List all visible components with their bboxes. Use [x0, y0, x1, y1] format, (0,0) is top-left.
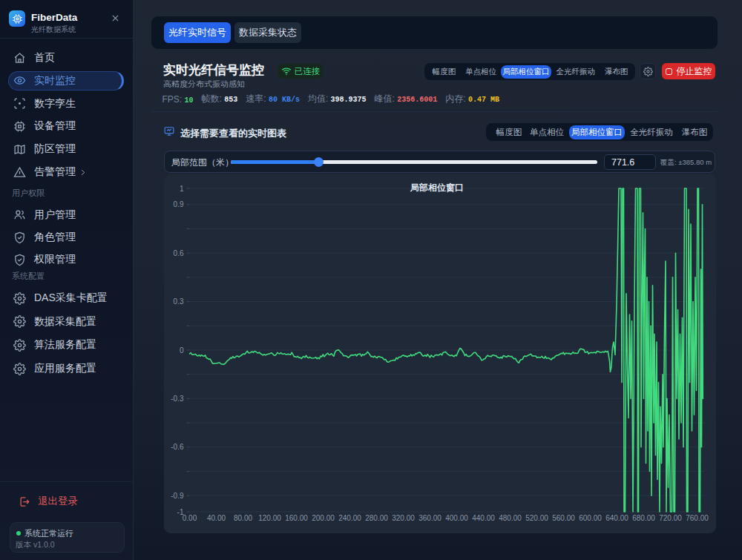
- svg-text:240.00: 240.00: [338, 514, 361, 522]
- svg-text:480.00: 480.00: [499, 514, 522, 522]
- svg-text:440.00: 440.00: [472, 514, 495, 522]
- svg-text:160.00: 160.00: [285, 514, 308, 522]
- svg-text:-0.9: -0.9: [171, 492, 184, 500]
- svg-text:200.00: 200.00: [312, 514, 335, 522]
- svg-text:680.00: 680.00: [632, 514, 655, 522]
- svg-text:360.00: 360.00: [418, 514, 441, 522]
- svg-text:40.00: 40.00: [207, 514, 226, 522]
- svg-text:1: 1: [180, 185, 184, 193]
- svg-text:-0.6: -0.6: [171, 443, 184, 451]
- svg-text:0.6: 0.6: [174, 249, 184, 257]
- svg-text:600.00: 600.00: [579, 514, 602, 522]
- svg-text:0.3: 0.3: [174, 297, 184, 306]
- svg-text:640.00: 640.00: [605, 514, 628, 522]
- svg-text:560.00: 560.00: [552, 514, 575, 522]
- svg-text:-0.3: -0.3: [171, 395, 184, 403]
- svg-text:400.00: 400.00: [445, 514, 468, 522]
- svg-text:280.00: 280.00: [365, 514, 388, 522]
- svg-text:520.00: 520.00: [525, 514, 548, 522]
- svg-text:80.00: 80.00: [234, 514, 252, 522]
- svg-text:120.00: 120.00: [258, 514, 281, 522]
- svg-text:0: 0: [180, 346, 184, 355]
- svg-text:760.00: 760.00: [686, 514, 709, 522]
- svg-text:720.00: 720.00: [659, 514, 682, 522]
- svg-text:0.9: 0.9: [174, 200, 184, 208]
- svg-text:0.00: 0.00: [183, 514, 197, 522]
- svg-text:320.00: 320.00: [392, 514, 415, 522]
- svg-text:局部相位窗口: 局部相位窗口: [410, 182, 464, 193]
